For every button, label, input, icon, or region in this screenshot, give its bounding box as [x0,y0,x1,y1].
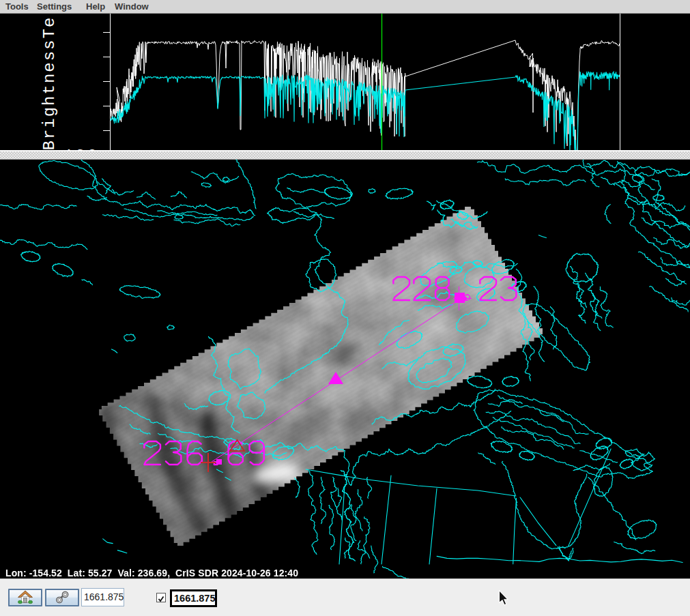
svg-text:Lon: -154.52 Lat: 55.27 Val:: Lon: -154.52 Lat: 55.27 Val: 236.69, CrI… [5,568,298,578]
svg-text:BrightnessTe: BrightnessTe [40,16,59,150]
